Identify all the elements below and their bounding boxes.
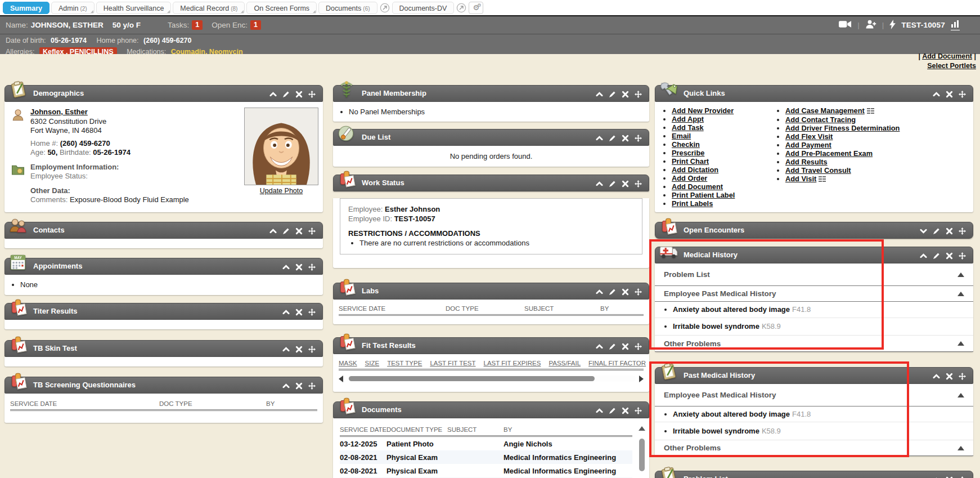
collapse-icon[interactable] xyxy=(920,252,927,260)
edit-icon[interactable] xyxy=(609,288,616,296)
tab-documents-dv[interactable]: Documents-DV xyxy=(392,2,455,14)
move-icon[interactable] xyxy=(635,288,642,296)
tab-health-surveillance[interactable]: Health Surveillance xyxy=(96,2,172,14)
accordion-collapse-icon[interactable] xyxy=(957,446,964,450)
scroll-up-icon[interactable] xyxy=(639,426,645,431)
move-icon[interactable] xyxy=(308,263,316,271)
close-icon[interactable] xyxy=(295,309,303,316)
problem-item[interactable]: Anxiety about altered body imageF41.8 xyxy=(655,302,973,318)
quick-link[interactable]: Add Travel Consult xyxy=(785,166,851,175)
column-pass-fail[interactable]: PASS/FAIL xyxy=(549,360,581,367)
quick-link[interactable]: Add Dictation xyxy=(672,166,718,174)
close-icon[interactable] xyxy=(622,288,629,296)
collapse-icon[interactable] xyxy=(269,227,277,235)
scroll-right-icon[interactable] xyxy=(639,376,644,382)
collapse-icon[interactable] xyxy=(282,382,290,390)
table-row[interactable]: 02-08-2021 Physical Exam Medical Informa… xyxy=(340,464,632,477)
column-last-fit-test[interactable]: LAST FIT TEST xyxy=(430,360,475,367)
move-icon[interactable] xyxy=(959,373,966,380)
column-mask[interactable]: MASK xyxy=(339,360,357,367)
update-photo-link[interactable]: Update Photo xyxy=(260,187,303,195)
edit-icon[interactable] xyxy=(933,227,940,235)
quick-link[interactable]: Add New Provider xyxy=(672,106,734,115)
edit-icon[interactable] xyxy=(933,252,940,260)
quick-link[interactable]: Add Results xyxy=(785,158,828,166)
close-icon[interactable] xyxy=(295,91,303,98)
edit-icon[interactable] xyxy=(282,227,290,235)
collapse-icon[interactable] xyxy=(596,407,603,414)
close-icon[interactable] xyxy=(622,180,629,187)
accordion-other-problems[interactable]: Other Problems xyxy=(655,336,973,352)
expand-icon[interactable] xyxy=(920,227,927,235)
close-icon[interactable] xyxy=(946,227,953,235)
tab-documents[interactable]: Documents(6) xyxy=(318,2,377,14)
close-icon[interactable] xyxy=(622,343,629,350)
column-size[interactable]: SIZE xyxy=(365,360,380,367)
quick-link[interactable]: Add Contact Tracing xyxy=(785,115,856,124)
move-icon[interactable] xyxy=(959,227,966,235)
vertical-scrollbar[interactable] xyxy=(638,426,646,478)
close-icon[interactable] xyxy=(295,346,303,353)
quick-link[interactable]: Add Case Management xyxy=(785,106,865,115)
collapse-icon[interactable] xyxy=(596,180,603,187)
open-enc-badge[interactable]: 1 xyxy=(250,20,261,30)
tab-summary[interactable]: Summary xyxy=(3,2,50,14)
problem-item[interactable]: Irritable bowel syndromeK58.9 xyxy=(655,422,973,440)
quick-link[interactable]: Print Labels xyxy=(672,199,713,208)
accordion-collapse-icon[interactable] xyxy=(957,341,964,346)
quick-link[interactable]: Add Task xyxy=(672,123,704,132)
close-icon[interactable] xyxy=(946,252,953,260)
quick-link[interactable]: Prescribe xyxy=(672,149,704,157)
collapse-icon[interactable] xyxy=(596,135,603,142)
tab-admin[interactable]: Admin(2) xyxy=(51,2,95,14)
video-camera-icon[interactable] xyxy=(839,20,852,30)
accordion-collapse-icon[interactable] xyxy=(957,272,964,277)
tab-on-screen-forms[interactable]: On Screen Forms xyxy=(246,2,317,14)
move-icon[interactable] xyxy=(635,91,642,98)
move-icon[interactable] xyxy=(959,252,966,260)
collapse-icon[interactable] xyxy=(933,373,940,380)
close-icon[interactable] xyxy=(295,263,303,271)
tasks-badge[interactable]: 1 xyxy=(192,20,203,30)
close-icon[interactable] xyxy=(622,407,629,414)
collapse-icon[interactable] xyxy=(282,263,290,271)
accordion-problem-list[interactable]: Problem List xyxy=(655,263,973,286)
close-icon[interactable] xyxy=(946,373,953,380)
bar-chart-icon[interactable] xyxy=(951,20,960,30)
problem-item[interactable]: Irritable bowel syndromeK58.9 xyxy=(655,318,973,336)
external-link-icon[interactable] xyxy=(456,2,467,14)
tab-medical-record[interactable]: Medical Record(8) xyxy=(173,2,245,14)
collapse-icon[interactable] xyxy=(933,476,940,478)
edit-icon[interactable] xyxy=(609,135,616,142)
close-icon[interactable] xyxy=(622,91,629,98)
edit-icon[interactable] xyxy=(282,91,290,98)
move-icon[interactable] xyxy=(635,180,642,187)
move-icon[interactable] xyxy=(308,91,316,98)
quick-link[interactable]: Add Pre-Placement Exam xyxy=(785,149,873,158)
edit-icon[interactable] xyxy=(609,407,616,414)
move-icon[interactable] xyxy=(308,309,316,316)
move-icon[interactable] xyxy=(635,343,642,350)
quick-link[interactable]: Add Flex Visit xyxy=(785,132,833,141)
close-icon[interactable] xyxy=(622,135,629,142)
quick-link[interactable]: Add Order xyxy=(672,174,707,182)
collapse-icon[interactable] xyxy=(282,346,290,353)
column-test-type[interactable]: TEST TYPE xyxy=(387,360,422,367)
scroll-left-icon[interactable] xyxy=(339,376,343,382)
edit-icon[interactable] xyxy=(609,180,616,187)
move-icon[interactable] xyxy=(959,476,966,478)
quick-link[interactable]: Email xyxy=(672,132,691,140)
accordion-other-problems[interactable]: Other Problems xyxy=(655,440,973,456)
table-row[interactable]: 03-12-2025 Patient Photo Angie Nichols xyxy=(340,437,632,450)
quick-link[interactable]: Add Document xyxy=(672,182,723,191)
collapse-icon[interactable] xyxy=(269,91,277,98)
move-icon[interactable] xyxy=(635,407,642,414)
scrollbar-thumb[interactable] xyxy=(349,376,595,381)
quick-link[interactable]: Add Payment xyxy=(785,141,831,149)
add-person-icon[interactable] xyxy=(865,20,876,30)
external-link-icon[interactable] xyxy=(379,2,390,14)
move-icon[interactable] xyxy=(308,346,316,353)
list-grid-icon[interactable] xyxy=(867,107,874,115)
problem-item[interactable]: Anxiety about altered body imageF41.8 xyxy=(655,406,973,422)
quick-link[interactable]: Print Chart xyxy=(672,157,709,166)
